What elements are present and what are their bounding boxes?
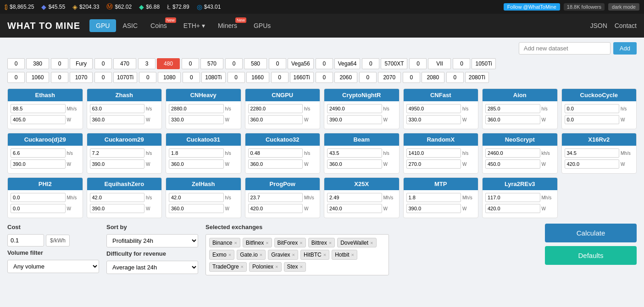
algo-hashrate-input-cuckatoo32[interactable] [248, 148, 303, 158]
gpu-qty-Vega64[interactable] [316, 58, 333, 69]
exchange-remove-bitforex[interactable]: × [300, 240, 302, 246]
algo-power-input-cryptonightr[interactable] [327, 115, 382, 124]
gpu-qty-2060[interactable] [316, 72, 333, 83]
defaults-button[interactable]: Defaults [545, 246, 637, 265]
algo-power-input-progpow[interactable] [248, 204, 303, 213]
algo-power-input-neoscrypt[interactable] [485, 159, 540, 169]
exchange-remove-tradeogre[interactable]: × [241, 264, 244, 269]
algo-hashrate-input-zhash[interactable] [90, 104, 145, 113]
algo-hashrate-input-lyra2rev3[interactable] [485, 193, 540, 202]
algo-power-input-cuckatoo32[interactable] [248, 159, 303, 169]
nav-contact[interactable]: Contact [615, 22, 637, 29]
exchange-remove-hotbit[interactable]: × [351, 252, 354, 258]
nav-gpus[interactable]: GPUs [247, 19, 277, 32]
algo-power-input-randomx[interactable] [406, 159, 461, 169]
algo-hashrate-input-ethash[interactable] [11, 104, 66, 113]
gpu-qty-1070Ti[interactable] [94, 72, 112, 83]
nav-miners[interactable]: MinersNew [211, 19, 247, 32]
exchange-remove-stex[interactable]: × [300, 264, 303, 269]
algo-power-input-x25x[interactable] [327, 204, 382, 213]
gpu-qty-2080Ti[interactable] [446, 72, 464, 83]
nav-eth-plus[interactable]: ETH+ ▾ [177, 19, 211, 32]
algo-hashrate-input-cnfast[interactable] [406, 104, 461, 113]
gpu-qty-470[interactable] [94, 58, 112, 69]
cost-input[interactable] [7, 234, 44, 247]
difficulty-select[interactable]: Average last 24h [106, 261, 198, 274]
nav-coins[interactable]: CoinsNew [144, 19, 177, 32]
algo-hashrate-input-x16rv2[interactable] [565, 148, 620, 158]
algo-hashrate-input-cuckatoo31[interactable] [169, 148, 224, 158]
algo-hashrate-input-cngpu[interactable] [248, 104, 303, 113]
exchange-remove-dovewallet[interactable]: × [370, 240, 373, 246]
algo-power-input-cuckatoo31[interactable] [169, 159, 224, 169]
nav-gpu[interactable]: GPU [89, 19, 116, 32]
gpu-qty-1070[interactable] [51, 72, 68, 83]
algo-hashrate-input-cnheavy[interactable] [169, 104, 224, 113]
algo-power-input-phi2[interactable] [11, 204, 66, 213]
gpu-qty-1080Ti[interactable] [183, 72, 200, 83]
exchange-remove-poloniex[interactable]: × [275, 264, 278, 269]
exchange-remove-binance[interactable]: × [234, 240, 237, 246]
algo-hashrate-input-cryptonightr[interactable] [327, 104, 382, 113]
nav-asic[interactable]: ASIC [116, 19, 144, 32]
gpu-qty-1080[interactable] [139, 72, 156, 83]
algo-hashrate-input-beam[interactable] [327, 148, 382, 158]
gpu-label-480: 480 [157, 58, 180, 69]
nav-json[interactable]: JSON [590, 22, 607, 29]
algo-power-input-beam[interactable] [327, 159, 382, 169]
algo-hashrate-input-zelhash[interactable] [169, 193, 224, 202]
exchange-remove-gate.io[interactable]: × [260, 252, 262, 258]
exchange-remove-bittrex[interactable]: × [329, 240, 332, 246]
algo-power-input-equihashzero[interactable] [90, 204, 145, 213]
gpu-qty-570[interactable] [182, 58, 199, 69]
exchange-remove-hitbtc[interactable]: × [323, 252, 326, 258]
gpu-qty-1060[interactable] [7, 72, 25, 83]
algo-hashrate-input-progpow[interactable] [248, 193, 303, 202]
algo-hashrate-input-x25x[interactable] [327, 193, 382, 202]
add-dataset-button[interactable]: Add [613, 42, 637, 55]
exchange-remove-bitfinex[interactable]: × [266, 240, 268, 246]
gpu-qty-480[interactable] [138, 58, 155, 69]
gpu-qty-2070[interactable] [359, 72, 377, 83]
algo-power-input-cnheavy[interactable] [169, 115, 224, 124]
algo-power-input-ethash[interactable] [11, 115, 66, 124]
volume-select[interactable]: Any volume [7, 260, 99, 273]
algo-power-input-x16rv2[interactable] [565, 159, 620, 169]
algo-power-input-cuckaroom29[interactable] [90, 159, 145, 169]
gpu-qty-Fury[interactable] [51, 58, 68, 69]
gpu-qty-5700XT[interactable] [362, 58, 379, 69]
algo-hashrate-input-neoscrypt[interactable] [485, 148, 540, 158]
follow-button[interactable]: Follow @WhatToMine [504, 3, 560, 11]
gpu-qty-580[interactable] [225, 58, 243, 69]
gpu-qty-VII[interactable] [409, 58, 427, 69]
exchange-remove-exmo[interactable]: × [228, 252, 231, 258]
gpu-qty-2080[interactable] [403, 72, 420, 83]
gpu-qty-1660Ti[interactable] [271, 72, 289, 83]
algo-hashrate-input-equihashzero[interactable] [90, 193, 145, 202]
exchange-remove-graviex[interactable]: × [292, 252, 295, 258]
algo-power-input-cuckoocycle[interactable] [565, 115, 620, 124]
algo-hashrate-input-randomx[interactable] [406, 148, 461, 158]
gpu-qty-Vega56[interactable] [269, 58, 286, 69]
gpu-qty-1050Ti[interactable] [453, 58, 470, 69]
algo-power-input-cngpu[interactable] [248, 115, 303, 124]
algo-hashrate-input-aion[interactable] [485, 104, 540, 113]
algo-hashrate-input-cuckoocycle[interactable] [565, 104, 620, 113]
algo-power-input-cnfast[interactable] [406, 115, 461, 124]
algo-power-input-lyra2rev3[interactable] [485, 204, 540, 213]
algo-hashrate-input-mtp[interactable] [406, 193, 461, 202]
darkmode-button[interactable]: dark mode [608, 3, 639, 11]
sortby-select[interactable]: Profitability 24h [106, 234, 198, 247]
algo-power-input-cuckaroo(d)29[interactable] [11, 159, 66, 169]
dataset-input[interactable] [519, 42, 611, 55]
algo-power-input-mtp[interactable] [406, 204, 461, 213]
algo-power-input-aion[interactable] [485, 115, 540, 124]
gpu-qty-1660[interactable] [228, 72, 245, 83]
algo-power-input-zhash[interactable] [90, 115, 145, 124]
algo-hashrate-input-cuckaroom29[interactable] [90, 148, 145, 158]
algo-hashrate-input-cuckaroo(d)29[interactable] [11, 148, 66, 158]
algo-hashrate-input-phi2[interactable] [11, 193, 66, 202]
algo-power-input-zelhash[interactable] [169, 204, 224, 213]
calculate-button[interactable]: Calculate [545, 224, 637, 242]
gpu-qty-380[interactable] [7, 58, 25, 69]
